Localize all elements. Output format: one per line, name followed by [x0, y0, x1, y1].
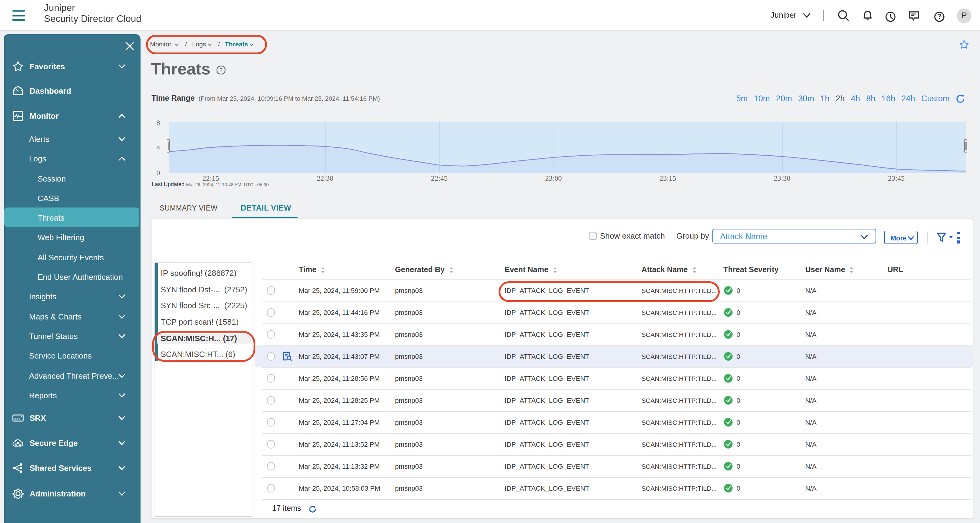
svg-text:?: ?: [220, 67, 223, 73]
svg-text:?: ?: [937, 12, 942, 20]
